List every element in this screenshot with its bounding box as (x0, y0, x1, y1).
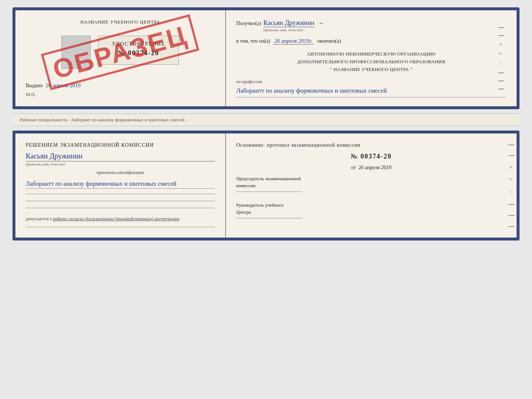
right-deco-strip-2: и а ← (506, 133, 517, 238)
deco-dash-b4 (508, 215, 514, 216)
vydano-label: Выдано (26, 83, 43, 88)
prof-val: Лаборантт по анализу формовочных и шихто… (236, 86, 506, 97)
dopuskaetsya-label: допускается к (26, 216, 52, 221)
deco-dash-b2 (508, 155, 514, 156)
doc2-right-panel: Основание: протокол экзаменационной коми… (226, 133, 517, 238)
poluchil-name: Касьян Дружинин (263, 19, 314, 27)
rukovoditel-line1: Руководитель учебного (236, 202, 506, 209)
doc2-right-content: Основание: протокол экзаменационной коми… (236, 142, 506, 221)
poluchil-dash: – (320, 19, 323, 27)
doc2-left-panel: Решением экзаменационной комиссии Касьян… (15, 133, 226, 238)
rukovoditel-block: Руководитель учебного Центра (236, 202, 506, 221)
deco-char-и: и (499, 43, 503, 45)
poluchil-label: Получил(а) (236, 21, 261, 26)
rukovoditel-sig-line (236, 218, 302, 218)
predsedatel-line2: комиссии (236, 182, 506, 189)
mp-label: М.П. (26, 92, 215, 97)
obrazets-stamp: ОБРАЗЕЦ (41, 14, 200, 90)
okonchil-label: окончил(а) (317, 38, 341, 44)
top-document: НАЗВАНИЕ УЧЕБНОГО ЦЕНТРА УДОСТОВЕРЕНИЕ №… (12, 7, 520, 109)
poluchil-sub: (фамилия, имя, отчество) (263, 28, 303, 32)
spacer-row: Рабочая специальность - Лаборант по анал… (12, 114, 520, 126)
bottom-document: Решением экзаменационной комиссии Касьян… (12, 131, 520, 241)
poluchil-row: Получил(а) Касьян Дружинин (фамилия, имя… (236, 19, 506, 32)
spacer-text: Рабочая специальность - Лаборант по анал… (20, 117, 184, 122)
doc1-right-content: Получил(а) Касьян Дружинин (фамилия, имя… (236, 19, 506, 97)
kval-handwritten: Лаборантт по анализу формовочных и шихто… (26, 179, 215, 189)
name-sub: (фамилия, имя, отчество) (26, 162, 215, 166)
name-block: Касьян Дружинин (фамилия, имя, отчество) (26, 152, 215, 166)
doc1-left-panel: НАЗВАНИЕ УЧЕБНОГО ЦЕНТРА УДОСТОВЕРЕНИЕ №… (15, 10, 226, 106)
osnovanie-title: Основание: протокол экзаменационной коми… (236, 142, 506, 148)
doc1-right-panel: Получил(а) Касьян Дружинин (фамилия, имя… (226, 10, 517, 106)
deco-dash-5 (498, 89, 504, 89)
line-sep-3 (26, 208, 215, 208)
deco-dash-1 (498, 27, 504, 28)
auto-line3: " НАЗВАНИЕ УЧЕБНОГО ЦЕНТРА " (236, 66, 506, 74)
rukovoditel-line2: Центра (236, 209, 506, 216)
deco-dash-b5 (508, 226, 514, 227)
deco-dash-2 (498, 35, 504, 36)
prof-label: по профессии (236, 79, 506, 85)
dopuskaetsya-val: работе согласно должностным (производств… (53, 216, 179, 221)
ot-label: от (351, 165, 356, 170)
prof-block: по профессии Лаборантт по анализу формов… (236, 79, 506, 97)
protocol-number: № 00374-20 (236, 153, 506, 160)
deco-char-б-arrow: ← (509, 190, 513, 194)
predsedatel-sig-line (236, 192, 302, 192)
auto-line2: ДОПОЛНИТЕЛЬНОГО ПРОФЕССИОНАЛЬНОГО ОБРАЗО… (236, 58, 506, 66)
deco-char-а: а (499, 53, 503, 54)
ot-date-row: от 26 апреля 2019 (236, 165, 506, 171)
line-sep-4 (26, 227, 215, 227)
line-sep-2 (26, 201, 215, 201)
vtom-date: 26 апреля 2019г. (273, 38, 314, 44)
auto-line1: АВТОНОМНУЮ НЕКОММЕРЧЕСКУЮ ОРГАНИЗАЦИЮ (236, 50, 506, 58)
right-deco-strip: и а ← (496, 19, 506, 97)
deco-char-б-и: и (509, 166, 513, 168)
deco-dash-3 (498, 72, 504, 73)
deco-dash-b3 (508, 204, 514, 205)
stamp-area: УДОСТОВЕРЕНИЕ № 00374-20 ОБРАЗЕЦ (26, 28, 215, 76)
name-handwritten: Касьян Дружинин (26, 152, 215, 161)
predsedatel-block: Председатель экзаменационной комиссии (236, 175, 506, 194)
resheniem-title: Решением экзаменационной комиссии (26, 142, 215, 148)
vtom-label: в том, что он(а) (236, 38, 270, 44)
auto-block: АВТОНОМНУЮ НЕКОММЕРЧЕСКУЮ ОРГАНИЗАЦИЮ ДО… (236, 50, 506, 73)
ot-date: 26 апреля 2019 (359, 165, 391, 170)
prisvoena-label: присвоена квалификация (26, 170, 215, 175)
deco-char-arrow: ← (499, 61, 503, 65)
doc2-left-content: Решением экзаменационной комиссии Касьян… (26, 142, 215, 229)
line-sep-1 (26, 194, 215, 194)
vtom-row: в том, что он(а) 26 апреля 2019г. окончи… (236, 38, 506, 44)
deco-dash-b1 (508, 145, 514, 145)
dopuskaetsya-block: допускается к работе согласно должностны… (26, 216, 215, 222)
predsedatel-line1: Председатель экзаменационной (236, 175, 506, 182)
deco-dash-4 (498, 81, 504, 81)
deco-char-б-а: а (509, 178, 513, 180)
